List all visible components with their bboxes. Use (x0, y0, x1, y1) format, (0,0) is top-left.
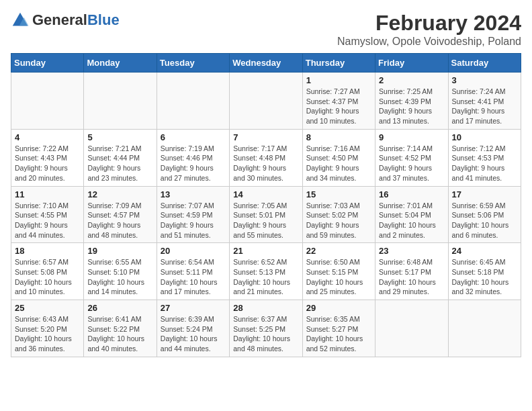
calendar-cell: 5Sunrise: 7:21 AMSunset: 4:44 PMDaylight… (84, 129, 157, 186)
calendar-cell: 18Sunrise: 6:57 AMSunset: 5:08 PMDayligh… (11, 243, 84, 300)
day-info: Sunrise: 7:17 AMSunset: 4:48 PMDaylight:… (233, 144, 298, 183)
day-number: 27 (161, 303, 226, 313)
calendar-cell: 15Sunrise: 7:03 AMSunset: 5:02 PMDayligh… (302, 186, 375, 243)
calendar-header: SundayMondayTuesdayWednesdayThursdayFrid… (11, 54, 521, 73)
calendar-cell: 11Sunrise: 7:10 AMSunset: 4:55 PMDayligh… (11, 186, 84, 243)
day-info: Sunrise: 6:45 AMSunset: 5:18 PMDaylight:… (452, 257, 517, 297)
calendar-cell: 7Sunrise: 7:17 AMSunset: 4:48 PMDaylight… (230, 129, 302, 186)
calendar-cell: 21Sunrise: 6:52 AMSunset: 5:13 PMDayligh… (230, 243, 302, 300)
calendar-cell: 23Sunrise: 6:48 AMSunset: 5:17 PMDayligh… (375, 243, 448, 300)
calendar-cell: 24Sunrise: 6:45 AMSunset: 5:18 PMDayligh… (448, 243, 521, 300)
day-number: 8 (306, 132, 371, 142)
day-info: Sunrise: 7:27 AMSunset: 4:37 PMDaylight:… (306, 87, 371, 126)
day-number: 1 (306, 75, 371, 85)
calendar-cell: 14Sunrise: 7:05 AMSunset: 5:01 PMDayligh… (230, 186, 302, 243)
day-info: Sunrise: 7:07 AMSunset: 4:59 PMDaylight:… (161, 201, 226, 240)
day-info: Sunrise: 6:35 AMSunset: 5:27 PMDaylight:… (306, 314, 371, 354)
calendar-cell: 25Sunrise: 6:43 AMSunset: 5:20 PMDayligh… (11, 300, 84, 357)
day-info: Sunrise: 6:37 AMSunset: 5:25 PMDaylight:… (233, 314, 298, 354)
weekday-header-monday: Monday (84, 54, 157, 73)
day-info: Sunrise: 6:39 AMSunset: 5:24 PMDaylight:… (161, 314, 226, 354)
title-area: February 2024 Namyslow, Opole Voivodeshi… (337, 11, 521, 48)
calendar-cell: 26Sunrise: 6:41 AMSunset: 5:22 PMDayligh… (84, 300, 157, 357)
weekday-header-thursday: Thursday (302, 54, 375, 73)
calendar-cell (84, 73, 157, 130)
day-number: 10 (452, 132, 517, 142)
day-number: 16 (379, 189, 444, 199)
calendar-cell (11, 73, 84, 130)
day-info: Sunrise: 7:05 AMSunset: 5:01 PMDaylight:… (233, 201, 298, 240)
day-number: 20 (161, 246, 226, 256)
logo-icon (11, 11, 30, 30)
day-number: 9 (379, 132, 444, 142)
day-info: Sunrise: 6:52 AMSunset: 5:13 PMDaylight:… (233, 257, 298, 297)
day-info: Sunrise: 6:59 AMSunset: 5:06 PMDaylight:… (452, 201, 517, 240)
day-number: 2 (379, 75, 444, 85)
calendar-cell: 2Sunrise: 7:25 AMSunset: 4:39 PMDaylight… (375, 73, 448, 130)
day-number: 4 (15, 132, 80, 142)
day-number: 26 (87, 303, 152, 313)
day-number: 17 (452, 189, 517, 199)
calendar-body: 1Sunrise: 7:27 AMSunset: 4:37 PMDaylight… (11, 73, 521, 357)
weekday-header-friday: Friday (375, 54, 448, 73)
day-info: Sunrise: 7:21 AMSunset: 4:44 PMDaylight:… (87, 144, 152, 183)
calendar-cell: 27Sunrise: 6:39 AMSunset: 5:24 PMDayligh… (157, 300, 229, 357)
calendar-cell: 29Sunrise: 6:35 AMSunset: 5:27 PMDayligh… (302, 300, 375, 357)
logo-text: GeneralBlue (32, 13, 120, 28)
calendar-week-3: 11Sunrise: 7:10 AMSunset: 4:55 PMDayligh… (11, 186, 521, 243)
calendar-cell (448, 300, 521, 357)
day-info: Sunrise: 6:50 AMSunset: 5:15 PMDaylight:… (306, 257, 371, 297)
day-info: Sunrise: 6:48 AMSunset: 5:17 PMDaylight:… (379, 257, 444, 297)
calendar-cell: 16Sunrise: 7:01 AMSunset: 5:04 PMDayligh… (375, 186, 448, 243)
day-number: 28 (233, 303, 298, 313)
calendar-week-5: 25Sunrise: 6:43 AMSunset: 5:20 PMDayligh… (11, 300, 521, 357)
day-number: 24 (452, 246, 517, 256)
day-info: Sunrise: 7:12 AMSunset: 4:53 PMDaylight:… (452, 144, 517, 183)
calendar-cell (375, 300, 448, 357)
page-header: GeneralBlue February 2024 Namyslow, Opol… (11, 11, 521, 48)
day-info: Sunrise: 7:10 AMSunset: 4:55 PMDaylight:… (15, 201, 80, 240)
day-info: Sunrise: 6:57 AMSunset: 5:08 PMDaylight:… (15, 257, 80, 297)
calendar-cell (230, 73, 302, 130)
day-info: Sunrise: 6:55 AMSunset: 5:10 PMDaylight:… (87, 257, 152, 297)
weekday-header-sunday: Sunday (11, 54, 84, 73)
day-info: Sunrise: 7:16 AMSunset: 4:50 PMDaylight:… (306, 144, 371, 183)
calendar-week-1: 1Sunrise: 7:27 AMSunset: 4:37 PMDaylight… (11, 73, 521, 130)
day-number: 6 (161, 132, 226, 142)
day-info: Sunrise: 7:09 AMSunset: 4:57 PMDaylight:… (87, 201, 152, 240)
calendar-cell: 8Sunrise: 7:16 AMSunset: 4:50 PMDaylight… (302, 129, 375, 186)
day-info: Sunrise: 7:03 AMSunset: 5:02 PMDaylight:… (306, 201, 371, 240)
day-info: Sunrise: 7:24 AMSunset: 4:41 PMDaylight:… (452, 87, 517, 126)
calendar-cell (157, 73, 229, 130)
day-number: 18 (15, 246, 80, 256)
day-number: 23 (379, 246, 444, 256)
weekday-header-row: SundayMondayTuesdayWednesdayThursdayFrid… (11, 54, 521, 73)
day-number: 5 (87, 132, 152, 142)
day-number: 19 (87, 246, 152, 256)
day-number: 29 (306, 303, 371, 313)
day-number: 22 (306, 246, 371, 256)
calendar-cell: 4Sunrise: 7:22 AMSunset: 4:43 PMDaylight… (11, 129, 84, 186)
weekday-header-saturday: Saturday (448, 54, 521, 73)
calendar-cell: 1Sunrise: 7:27 AMSunset: 4:37 PMDaylight… (302, 73, 375, 130)
calendar-table: SundayMondayTuesdayWednesdayThursdayFrid… (11, 53, 521, 357)
logo: GeneralBlue (11, 11, 120, 30)
day-number: 11 (15, 189, 80, 199)
calendar-cell: 6Sunrise: 7:19 AMSunset: 4:46 PMDaylight… (157, 129, 229, 186)
day-number: 12 (87, 189, 152, 199)
day-number: 21 (233, 246, 298, 256)
calendar-cell: 12Sunrise: 7:09 AMSunset: 4:57 PMDayligh… (84, 186, 157, 243)
calendar-cell: 3Sunrise: 7:24 AMSunset: 4:41 PMDaylight… (448, 73, 521, 130)
calendar-cell: 19Sunrise: 6:55 AMSunset: 5:10 PMDayligh… (84, 243, 157, 300)
day-info: Sunrise: 7:01 AMSunset: 5:04 PMDaylight:… (379, 201, 444, 240)
calendar-cell: 17Sunrise: 6:59 AMSunset: 5:06 PMDayligh… (448, 186, 521, 243)
day-number: 13 (161, 189, 226, 199)
day-number: 25 (15, 303, 80, 313)
calendar-cell: 22Sunrise: 6:50 AMSunset: 5:15 PMDayligh… (302, 243, 375, 300)
day-number: 14 (233, 189, 298, 199)
day-info: Sunrise: 6:41 AMSunset: 5:22 PMDaylight:… (87, 314, 152, 354)
day-info: Sunrise: 7:22 AMSunset: 4:43 PMDaylight:… (15, 144, 80, 183)
day-info: Sunrise: 6:54 AMSunset: 5:11 PMDaylight:… (161, 257, 226, 297)
day-info: Sunrise: 6:43 AMSunset: 5:20 PMDaylight:… (15, 314, 80, 354)
calendar-cell: 10Sunrise: 7:12 AMSunset: 4:53 PMDayligh… (448, 129, 521, 186)
